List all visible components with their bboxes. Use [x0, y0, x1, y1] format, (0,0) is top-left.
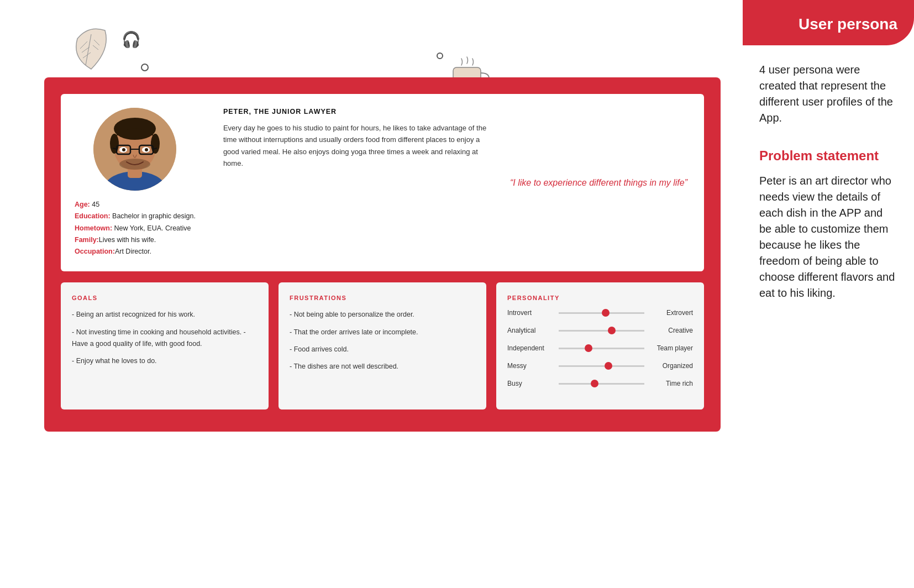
personality-row-0: IntrovertExtrovert — [507, 309, 693, 317]
persona-name: PETER, THE JUNIOR LAWYER — [223, 108, 493, 116]
personality-card: PERSONALITY IntrovertExtrovertAnalytical… — [496, 282, 704, 410]
personality-row-2: IndependentTeam player — [507, 344, 693, 352]
frustration-item-2: - That the order arrives late or incompl… — [290, 327, 475, 338]
profile-quote: “I like to experience different things i… — [510, 176, 687, 190]
personality-row-1: AnalyticalCreative — [507, 327, 693, 334]
frustration-item-1: - Not being able to personalize the orde… — [290, 309, 475, 321]
frustrations-text: - Not being able to personalize the orde… — [290, 309, 475, 372]
svg-point-23 — [145, 148, 148, 151]
profile-quote-section: “I like to experience different things i… — [510, 108, 687, 258]
age-label: Age: — [75, 201, 90, 208]
deco-circle-1 — [141, 64, 149, 71]
trait-dot-4 — [591, 380, 598, 387]
trait-dot-2 — [585, 344, 592, 352]
page-wrapper: 🎧 — [0, 0, 914, 588]
frustration-item-3: - Food arrives cold. — [290, 344, 475, 355]
trait-left-0: Introvert — [507, 309, 554, 317]
trait-track-4 — [559, 383, 644, 385]
frustration-item-4: - The dishes are not well described. — [290, 361, 475, 372]
trait-dot-3 — [605, 362, 612, 370]
trait-track-0 — [559, 312, 644, 314]
svg-point-14 — [151, 134, 160, 154]
trait-track-2 — [559, 348, 644, 349]
persona-description: Every day he goes to his studio to paint… — [223, 122, 493, 170]
bottom-cards: GOALS - Being an artist recognized for h… — [61, 282, 704, 410]
hometown-label: Hometown: — [75, 224, 112, 232]
trait-dot-0 — [602, 309, 610, 317]
trait-right-0: Extrovert — [649, 309, 693, 317]
trait-dot-1 — [608, 327, 616, 334]
main-content: 🎧 — [0, 0, 743, 588]
profile-middle: PETER, THE JUNIOR LAWYER Every day he go… — [212, 108, 493, 258]
trait-left-2: Independent — [507, 344, 554, 352]
personality-row-4: BusyTime rich — [507, 380, 693, 387]
trait-track-1 — [559, 330, 644, 332]
trait-track-3 — [559, 365, 644, 367]
family-label: Family: — [75, 236, 99, 244]
sidebar-body: 4 user persona were created that represe… — [759, 62, 897, 301]
trait-right-2: Team player — [649, 344, 693, 352]
deco-circle-2 — [437, 53, 443, 59]
profile-left: Age: 45 Education: Bachelor in graphic d… — [75, 108, 196, 258]
right-sidebar: User persona 4 user persona were created… — [743, 0, 914, 588]
trait-left-4: Busy — [507, 380, 554, 387]
profile-card: Age: 45 Education: Bachelor in graphic d… — [61, 94, 704, 271]
personality-title: PERSONALITY — [507, 295, 693, 301]
goal-item-1: - Being an artist recognized for his wor… — [72, 309, 258, 321]
personality-row-3: MessyOrganized — [507, 362, 693, 370]
goals-text: - Being an artist recognized for his wor… — [72, 309, 258, 367]
problem-title: Problem statement — [759, 148, 897, 164]
svg-point-22 — [122, 148, 125, 151]
headphones-icon: 🎧 — [122, 30, 141, 49]
main-red-card: Age: 45 Education: Bachelor in graphic d… — [44, 77, 721, 432]
goal-item-2: - Not investing time in cooking and hous… — [72, 327, 258, 350]
problem-text: Peter is an art director who needs view … — [759, 173, 897, 301]
goals-title: GOALS — [72, 295, 258, 301]
sidebar-description: 4 user persona were created that represe… — [759, 62, 897, 126]
hometown-value: New York, EUA. Creative — [114, 224, 191, 232]
sidebar-header: User persona — [743, 0, 914, 45]
avatar — [93, 108, 176, 191]
trait-right-1: Creative — [649, 327, 693, 334]
goal-item-3: - Enjoy what he loves to do. — [72, 355, 258, 367]
svg-point-13 — [110, 134, 119, 154]
age-value: 45 — [92, 201, 99, 208]
education-value: Bachelor in graphic design. — [112, 212, 196, 220]
svg-point-24 — [119, 159, 150, 170]
frustrations-title: FRUSTRATIONS — [290, 295, 475, 301]
sidebar-title: User persona — [754, 15, 897, 33]
trait-left-3: Messy — [507, 362, 554, 370]
trait-left-1: Analytical — [507, 327, 554, 334]
leaf-icon — [66, 28, 116, 72]
trait-right-3: Organized — [649, 362, 693, 370]
frustrations-card: FRUSTRATIONS - Not being able to persona… — [279, 282, 486, 410]
family-value: Lives with his wife. — [99, 236, 156, 244]
occupation-value: Art Director. — [115, 248, 151, 255]
personality-traits: IntrovertExtrovertAnalyticalCreativeInde… — [507, 309, 693, 387]
goals-card: GOALS - Being an artist recognized for h… — [61, 282, 269, 410]
trait-right-4: Time rich — [649, 380, 693, 387]
occupation-label: Occupation: — [75, 248, 115, 255]
profile-info: Age: 45 Education: Bachelor in graphic d… — [75, 199, 196, 258]
education-label: Education: — [75, 212, 111, 220]
